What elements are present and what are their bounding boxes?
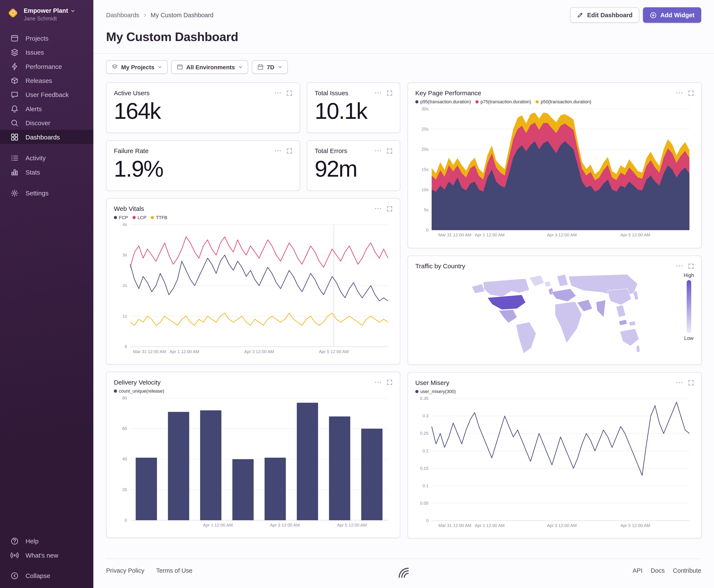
svg-text:0.1: 0.1 bbox=[423, 483, 428, 488]
edit-dashboard-label: Edit Dashboard bbox=[587, 12, 633, 19]
svg-text:40: 40 bbox=[122, 457, 127, 461]
privacy-policy-link[interactable]: Privacy Policy bbox=[106, 567, 144, 574]
legend-item[interactable]: count_unique(release) bbox=[114, 388, 164, 394]
widget-options-icon[interactable]: ⋯ bbox=[676, 264, 684, 268]
sidebar-item-performance[interactable]: Performance bbox=[0, 59, 93, 74]
sidebar-item-discover[interactable]: Discover bbox=[0, 115, 93, 130]
sidebar-item-issues[interactable]: Issues bbox=[0, 45, 93, 59]
project-filter[interactable]: My Projects bbox=[106, 60, 168, 74]
environment-filter[interactable]: All Environments bbox=[171, 60, 248, 74]
web-vitals-chart[interactable]: 01s2s3s4sMar 31 12:00 AMApr 1 12:00 AMAp… bbox=[114, 221, 393, 356]
widget-total-issues[interactable]: Total Issues ⋯ 10.1k bbox=[307, 83, 400, 133]
widget-expand-icon[interactable] bbox=[387, 148, 392, 154]
legend-item[interactable]: p95(transaction.duration) bbox=[415, 99, 471, 104]
widget-expand-icon[interactable] bbox=[387, 90, 392, 96]
widget-options-icon[interactable]: ⋯ bbox=[676, 380, 684, 385]
widget-title: Total Errors bbox=[315, 147, 347, 154]
widget-delivery-velocity[interactable]: Delivery Velocity ⋯ count_unique(release… bbox=[106, 372, 400, 538]
edit-dashboard-button[interactable]: Edit Dashboard bbox=[570, 7, 640, 23]
sidebar-item-label: Discover bbox=[25, 119, 50, 126]
widget-expand-icon[interactable] bbox=[688, 380, 694, 386]
sidebar-item-collapse[interactable]: Collapse bbox=[0, 568, 93, 583]
sidebar-item-user-feedback[interactable]: User Feedback bbox=[0, 87, 93, 101]
sentry-logo bbox=[396, 565, 411, 580]
contribute-link[interactable]: Contribute bbox=[673, 567, 701, 574]
widget-title: Failure Rate bbox=[114, 147, 149, 154]
svg-text:Apr 3 12:00 AM: Apr 3 12:00 AM bbox=[547, 523, 577, 528]
delivery-velocity-chart[interactable]: 020406080Apr 1 12:00 AMApr 3 12:00 AMApr… bbox=[114, 395, 393, 529]
widget-options-icon[interactable]: ⋯ bbox=[374, 206, 382, 211]
svg-text:0.15: 0.15 bbox=[420, 466, 429, 471]
breadcrumb-dashboards[interactable]: Dashboards bbox=[106, 12, 139, 19]
widget-traffic-by-country[interactable]: Traffic by Country ⋯ bbox=[408, 255, 702, 365]
sidebar-item-label: Settings bbox=[25, 189, 48, 196]
terms-of-use-link[interactable]: Terms of Use bbox=[156, 567, 192, 574]
widget-web-vitals[interactable]: Web Vitals ⋯ FCPLCPTTFB 01s2s3s4sMar 31 … bbox=[106, 198, 400, 364]
date-range-filter[interactable]: 7D bbox=[252, 60, 287, 74]
widget-options-icon[interactable]: ⋯ bbox=[274, 149, 282, 153]
sidebar-item-activity[interactable]: Activity bbox=[0, 151, 93, 165]
svg-text:0: 0 bbox=[125, 344, 127, 349]
stack-icon bbox=[112, 64, 118, 70]
svg-text:15s: 15s bbox=[421, 167, 429, 172]
widget-user-misery[interactable]: User Misery ⋯ user_misery(300) 00.050.10… bbox=[408, 372, 702, 539]
legend-dot bbox=[151, 216, 154, 219]
legend-dot bbox=[415, 390, 418, 393]
svg-text:Apr 5 12:00 AM: Apr 5 12:00 AM bbox=[620, 233, 650, 237]
svg-text:Mar 31 12:00 AM: Mar 31 12:00 AM bbox=[133, 349, 166, 354]
legend-item[interactable]: p75(transaction.duration) bbox=[476, 99, 531, 104]
legend-item[interactable]: LCP bbox=[133, 215, 146, 220]
widget-active-users[interactable]: Active Users ⋯ 164k bbox=[106, 83, 300, 133]
widget-options-icon[interactable]: ⋯ bbox=[274, 90, 282, 95]
world-map[interactable] bbox=[468, 272, 641, 354]
widget-expand-icon[interactable] bbox=[286, 90, 293, 96]
svg-text:Apr 1 12:00 AM: Apr 1 12:00 AM bbox=[475, 233, 504, 237]
svg-text:20s: 20s bbox=[421, 147, 429, 151]
legend-item[interactable]: TTFB bbox=[151, 215, 167, 220]
settings-icon bbox=[10, 189, 19, 197]
svg-text:0: 0 bbox=[125, 518, 127, 523]
chart-legend: user_misery(300) bbox=[415, 388, 694, 395]
docs-link[interactable]: Docs bbox=[651, 567, 665, 574]
sidebar-item-dashboards[interactable]: Dashboards bbox=[0, 130, 93, 144]
widget-key-page-performance[interactable]: Key Page Performance ⋯ p95(transaction.d… bbox=[408, 83, 702, 248]
sidebar-item-label: Dashboards bbox=[25, 133, 60, 141]
widget-title: Total Issues bbox=[315, 89, 348, 97]
user-misery-chart[interactable]: 00.050.10.150.20.250.30.35Mar 31 12:00 A… bbox=[415, 395, 695, 530]
key-page-performance-chart[interactable]: 05s10s15s20s25s30sMar 31 12:00 AMApr 1 1… bbox=[415, 105, 695, 239]
app-root: Empower Plant Jane Schmidt ProjectsIssue… bbox=[0, 0, 714, 588]
widget-title: Key Page Performance bbox=[415, 89, 481, 97]
legend-item[interactable]: user_misery(300) bbox=[415, 389, 456, 394]
legend-item[interactable]: p50(transaction.duration) bbox=[536, 99, 591, 104]
issues-icon bbox=[10, 48, 19, 56]
sidebar-item-settings[interactable]: Settings bbox=[0, 186, 93, 200]
svg-text:3s: 3s bbox=[123, 253, 127, 257]
sidebar-nav-secondary: ActivityStats bbox=[0, 151, 93, 179]
widget-options-icon[interactable]: ⋯ bbox=[676, 90, 684, 95]
widget-options-icon[interactable]: ⋯ bbox=[374, 380, 382, 384]
svg-text:Apr 3 12:00 AM: Apr 3 12:00 AM bbox=[270, 523, 300, 527]
org-switcher[interactable]: Empower Plant Jane Schmidt bbox=[0, 0, 93, 25]
widget-expand-icon[interactable] bbox=[286, 148, 293, 154]
sidebar-item-help[interactable]: Help bbox=[0, 534, 93, 548]
sidebar-item-what-s-new[interactable]: What's new bbox=[0, 548, 93, 562]
project-filter-label: My Projects bbox=[121, 64, 154, 70]
sidebar-item-projects[interactable]: Projects bbox=[0, 31, 93, 45]
sidebar-item-releases[interactable]: Releases bbox=[0, 74, 93, 87]
svg-text:Apr 3 12:00 AM: Apr 3 12:00 AM bbox=[547, 233, 577, 237]
sidebar-item-stats[interactable]: Stats bbox=[0, 165, 93, 179]
add-widget-button[interactable]: Add Widget bbox=[643, 7, 701, 23]
legend-item[interactable]: FCP bbox=[114, 215, 128, 220]
widget-total-errors[interactable]: Total Errors ⋯ 92m bbox=[307, 140, 400, 191]
widget-expand-icon[interactable] bbox=[387, 379, 392, 385]
widget-options-icon[interactable]: ⋯ bbox=[374, 149, 382, 153]
widget-expand-icon[interactable] bbox=[688, 263, 694, 269]
widget-options-icon[interactable]: ⋯ bbox=[374, 90, 382, 95]
svg-text:30s: 30s bbox=[421, 106, 429, 111]
sidebar-item-alerts[interactable]: Alerts bbox=[0, 102, 93, 115]
widget-failure-rate[interactable]: Failure Rate ⋯ 1.9% bbox=[106, 140, 300, 191]
widget-expand-icon[interactable] bbox=[387, 206, 392, 211]
widget-expand-icon[interactable] bbox=[688, 90, 694, 96]
svg-text:0.35: 0.35 bbox=[420, 396, 429, 401]
api-link[interactable]: API bbox=[633, 567, 643, 574]
